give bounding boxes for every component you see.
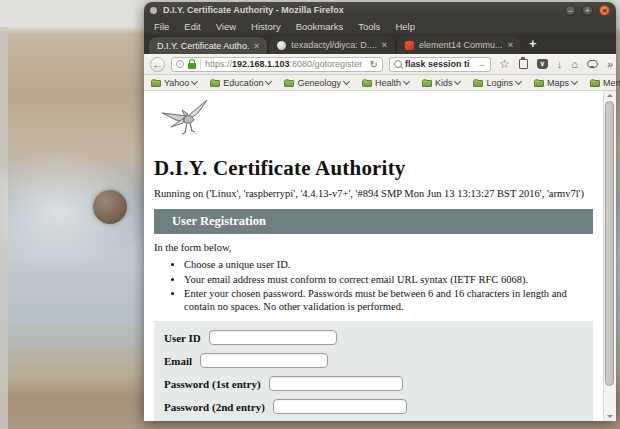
bookmark-folder-maps[interactable]: Maps — [534, 78, 577, 88]
url-path: :8080/gotoregister — [290, 59, 362, 69]
bookmark-label: Health — [375, 78, 401, 88]
menu-history[interactable]: History — [251, 21, 281, 32]
search-input[interactable]: flask session ti → — [389, 57, 491, 72]
search-query-text: flask session ti — [405, 59, 474, 69]
url-divider — [200, 59, 201, 69]
chevron-down-icon — [265, 78, 272, 85]
bookmark-label: Memberships — [603, 78, 620, 88]
bookmark-folder-yahoo[interactable]: Yahoo — [151, 78, 197, 88]
registration-form: User ID Email Password (1st entry) Passw… — [154, 321, 593, 421]
password1-input[interactable] — [269, 376, 403, 391]
diyca-page: D.I.Y. Certificate Authority Running on … — [144, 91, 603, 421]
field-label: User ID — [164, 332, 201, 344]
chevron-down-icon — [403, 78, 410, 85]
jupiter-moon — [93, 190, 127, 224]
bookmark-folder-logins[interactable]: Logins — [473, 78, 521, 88]
scroll-down-arrow-icon[interactable] — [607, 415, 613, 418]
reload-icon[interactable]: ↻ — [370, 59, 378, 70]
folder-icon — [534, 80, 544, 87]
menu-file[interactable]: File — [154, 21, 169, 32]
tab-close-icon[interactable]: × — [508, 40, 513, 50]
tab-diyca[interactable]: D.I.Y. Certificate Autho... × — [148, 36, 268, 54]
running-on-text: Running on ('Linux', 'raspberrypi', '4.4… — [154, 188, 593, 199]
scrollbar[interactable] — [603, 91, 616, 421]
scroll-up-arrow-icon[interactable] — [607, 94, 613, 97]
close-button[interactable]: × — [599, 5, 610, 16]
bookmark-label: Logins — [486, 78, 513, 88]
folder-icon — [422, 80, 432, 87]
search-go-icon[interactable]: → — [477, 59, 486, 69]
bookmark-label: Education — [223, 78, 263, 88]
tab-label: D.I.Y. Certificate Autho... — [157, 41, 249, 51]
tab-label: texadactyl/diyca: D.... — [291, 40, 377, 50]
bookmark-folder-geneology[interactable]: Geneology — [284, 78, 349, 88]
chevron-down-icon — [343, 78, 350, 85]
folder-icon — [210, 80, 220, 87]
pocket-icon[interactable]: ∨ — [537, 59, 548, 69]
url-bar[interactable]: i https://192.168.1.103:8080/gotoregiste… — [171, 57, 383, 72]
menu-view[interactable]: View — [216, 21, 236, 32]
tab-close-icon[interactable]: × — [254, 41, 259, 51]
url-scheme: https:// — [205, 59, 232, 69]
folder-icon — [284, 80, 294, 87]
chat-bubble-icon[interactable] — [587, 60, 598, 68]
element14-icon — [405, 41, 414, 50]
pterodactyl-logo — [156, 98, 210, 142]
bookmark-folder-kids[interactable]: Kids — [422, 78, 461, 88]
section-header: User Registration — [154, 209, 593, 234]
app-icon — [150, 7, 157, 14]
bookmark-star-icon[interactable]: ☆ — [499, 59, 510, 70]
form-row-password1: Password (1st entry) — [164, 376, 583, 391]
tab-label: element14 Commu... — [419, 40, 503, 50]
clipboard-icon[interactable] — [519, 59, 528, 69]
field-label: Email — [164, 355, 192, 367]
menu-tools[interactable]: Tools — [358, 21, 380, 32]
toolbar-icons: ☆ ∨ ↓ ⌂ » — [499, 59, 620, 70]
downloads-icon[interactable]: ↓ — [557, 59, 563, 70]
bookmark-folder-health[interactable]: Health — [362, 78, 409, 88]
bookmarks-toolbar: Yahoo Education Geneology Health Kids Lo… — [144, 75, 616, 91]
tab-github[interactable]: texadactyl/diyca: D.... × — [268, 36, 396, 54]
info-icon[interactable]: i — [176, 60, 184, 68]
minimize-button[interactable]: – — [565, 5, 576, 16]
chevron-down-icon — [191, 78, 198, 85]
field-label: Password (1st entry) — [164, 378, 261, 390]
github-icon — [277, 41, 286, 50]
tab-close-icon[interactable]: × — [382, 40, 387, 50]
firefox-window: D.I.Y. Certificate Authority - Mozilla F… — [144, 2, 616, 421]
field-label: Password (2nd entry) — [164, 401, 265, 413]
bookmark-folder-education[interactable]: Education — [210, 78, 271, 88]
folder-icon — [362, 80, 372, 87]
bookmark-folder-memberships[interactable]: Memberships — [590, 78, 620, 88]
intro-text: In the form below, — [154, 242, 593, 253]
tab-element14[interactable]: element14 Commu... × — [396, 36, 522, 54]
menu-help[interactable]: Help — [395, 21, 415, 32]
search-icon[interactable] — [394, 60, 402, 68]
bullet-item: Enter your chosen password. Passwords mu… — [184, 288, 593, 313]
menu-bookmarks[interactable]: Bookmarks — [296, 21, 344, 32]
scrollbar-thumb[interactable] — [605, 101, 614, 386]
home-icon[interactable]: ⌂ — [571, 59, 578, 70]
url-host: 192.168.1.103 — [232, 59, 290, 69]
folder-icon — [590, 80, 600, 87]
new-tab-button[interactable]: + — [529, 35, 537, 53]
user-id-input[interactable] — [209, 330, 337, 345]
bookmark-label: Kids — [435, 78, 453, 88]
folder-icon — [151, 80, 161, 87]
chevron-down-icon — [515, 78, 522, 85]
instructions-list: Choose a unique user ID. Your email addr… — [184, 259, 593, 313]
window-titlebar[interactable]: D.I.Y. Certificate Authority - Mozilla F… — [144, 2, 616, 18]
menu-edit[interactable]: Edit — [184, 21, 200, 32]
chevron-down-icon — [571, 78, 578, 85]
back-button[interactable]: ← — [150, 57, 165, 72]
bookmark-label: Maps — [547, 78, 569, 88]
overflow-chevrons-icon[interactable]: » — [607, 59, 613, 70]
bookmark-label: Yahoo — [164, 78, 189, 88]
chevron-down-icon — [454, 78, 461, 85]
password2-input[interactable] — [273, 399, 407, 414]
bullet-item: Choose a unique user ID. — [184, 259, 593, 272]
form-row-userid: User ID — [164, 330, 583, 345]
bullet-item: Your email address must conform to corre… — [184, 274, 593, 287]
email-input[interactable] — [200, 353, 328, 368]
maximize-button[interactable]: + — [582, 5, 593, 16]
